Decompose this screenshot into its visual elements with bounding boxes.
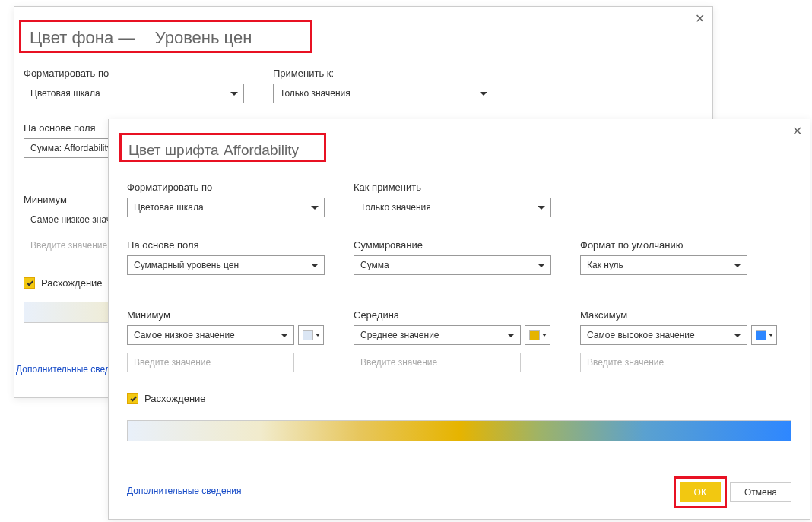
d2-center-input[interactable]: Введите значение	[354, 353, 521, 372]
d2-summ-label: Суммирование	[354, 239, 551, 251]
d2-max-group: Максимум Самое высокое значение Введите …	[580, 309, 777, 372]
dialog2-title-italic: Affordability	[224, 142, 299, 158]
dialog1-title-wrap: Цвет фона — Уровень цен	[24, 25, 258, 51]
dialog2-title-prefix: Цвет шрифта	[128, 142, 219, 158]
d2-center-color[interactable]	[525, 325, 550, 345]
diverging-checkbox[interactable]	[24, 277, 35, 289]
dialog2-title-wrap: Цвет шрифта Affordability	[128, 142, 299, 159]
d2-max-color[interactable]	[751, 325, 777, 345]
d2-min-color[interactable]	[298, 325, 324, 345]
d2-basedon-select[interactable]: Суммарный уровень цен	[127, 255, 325, 275]
color-swatch	[303, 330, 313, 340]
d2-max-label: Максимум	[580, 309, 777, 321]
d2-center-label: Середина	[354, 309, 550, 321]
d2-diverging-label: Расхождение	[144, 393, 206, 404]
apply-to-label: Применить к:	[273, 68, 493, 79]
close-icon[interactable]: ✕	[692, 10, 708, 28]
d2-formatby-label: Форматировать по	[127, 182, 325, 193]
d2-default-group: Формат по умолчанию Как нуль	[580, 239, 747, 275]
d2-default-select[interactable]: Как нуль	[580, 255, 747, 275]
apply-to-select[interactable]: Только значения	[273, 84, 493, 103]
d2-formatby-group: Форматировать по Цветовая шкала	[127, 182, 325, 217]
color-swatch	[529, 330, 540, 340]
d2-apply-group: Как применить Только значения	[354, 182, 551, 217]
font-color-dialog: ✕ Цвет шрифта Affordability Форматироват…	[108, 119, 810, 520]
d2-summ-group: Суммирование Сумма	[354, 239, 551, 275]
d2-basedon-label: На основе поля	[127, 239, 325, 251]
d2-max-select[interactable]: Самое высокое значение	[580, 325, 747, 345]
d2-apply-label: Как применить	[354, 182, 551, 193]
format-by-label: Форматировать по	[24, 68, 244, 79]
close-icon[interactable]: ✕	[789, 122, 805, 141]
format-by-select[interactable]: Цветовая шкала	[24, 84, 244, 103]
d2-min-group: Минимум Самое низкое значение Введите зн…	[127, 309, 324, 372]
dialog1-title-prefix: Цвет фона —	[30, 28, 135, 47]
d2-max-input[interactable]: Введите значение	[580, 353, 747, 372]
d2-min-select[interactable]: Самое низкое значение	[127, 325, 294, 345]
ok-button[interactable]: ОК	[680, 482, 721, 502]
diverging-row: Расхождение	[24, 277, 103, 289]
apply-to-group: Применить к: Только значения	[273, 68, 493, 103]
d2-summ-select[interactable]: Сумма	[354, 255, 551, 275]
cancel-button[interactable]: Отмена	[730, 482, 791, 502]
d2-center-group: Середина Среднее значение Введите значен…	[354, 309, 550, 372]
color-swatch	[756, 330, 766, 340]
diverging-checkbox[interactable]	[127, 393, 138, 404]
d2-default-label: Формат по умолчанию	[580, 239, 747, 251]
diverging-label: Расхождение	[41, 277, 103, 289]
d2-min-input[interactable]: Введите значение	[127, 353, 294, 372]
d2-center-select[interactable]: Среднее значение	[354, 325, 521, 345]
more-info-link[interactable]: Дополнительные сведения	[127, 486, 241, 496]
d2-basedon-group: На основе поля Суммарный уровень цен	[127, 239, 325, 275]
dialog1-title-suffix: Уровень цен	[155, 28, 252, 47]
format-by-group: Форматировать по Цветовая шкала	[24, 68, 244, 103]
d2-formatby-select[interactable]: Цветовая шкала	[127, 198, 325, 217]
d2-apply-select[interactable]: Только значения	[354, 198, 551, 217]
d2-diverging-row: Расхождение	[127, 393, 206, 404]
d2-min-label: Минимум	[127, 309, 324, 321]
d2-gradient-preview	[127, 420, 791, 441]
